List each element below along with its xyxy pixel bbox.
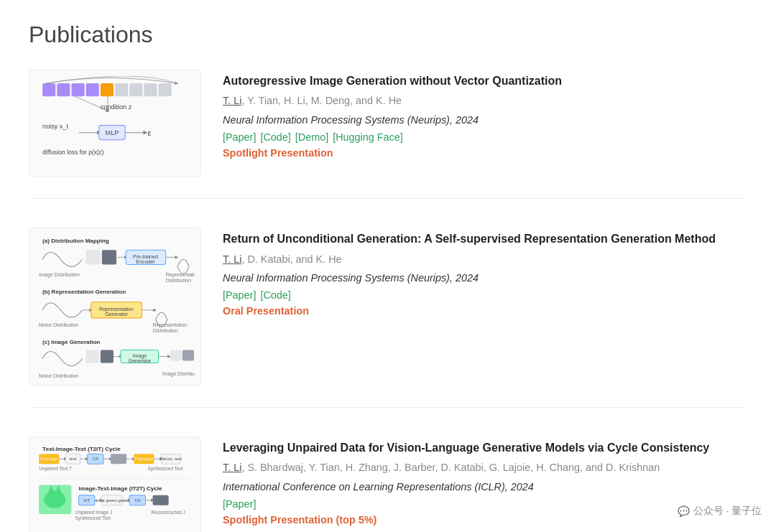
publication-item: Text-Image-Text (T2IT) Cycle Flamingo te…: [29, 437, 747, 532]
svg-text:Distribution: Distribution: [152, 328, 177, 333]
watermark: 💬 公众号 · 量子位: [678, 505, 762, 518]
pub-hf-link-1[interactable]: [Hugging Face]: [333, 131, 403, 143]
pub-paper-link-1[interactable]: [Paper]: [223, 131, 256, 143]
svg-text:Text-Image-Text (T2IT) Cycle: Text-Image-Text (T2IT) Cycle: [42, 446, 121, 452]
svg-rect-48: [183, 350, 194, 361]
svg-rect-2: [71, 83, 84, 96]
svg-text:VIT: VIT: [83, 498, 91, 503]
svg-text:Image Distribution: Image Distribution: [39, 272, 80, 278]
pub-author-rest-2: , D. Katabi, and K. He: [241, 253, 341, 265]
svg-text:ε: ε: [147, 129, 151, 137]
svg-text:Generator: Generator: [128, 358, 151, 363]
publication-item: (a) Distribution Mapping Pre-trained Enc…: [29, 228, 747, 408]
svg-text:Unpaired Image J: Unpaired Image J: [75, 510, 113, 515]
svg-text:Image-Text-Image (IT2T) Cycle: Image-Text-Image (IT2T) Cycle: [79, 485, 162, 492]
svg-rect-6: [129, 83, 142, 96]
svg-text:Pre-trained: Pre-trained: [133, 254, 158, 259]
pub-title-2: Return of Unconditional Generation: A Se…: [223, 231, 747, 247]
svg-rect-5: [115, 83, 128, 96]
svg-rect-3: [86, 83, 99, 96]
svg-rect-1: [57, 83, 70, 96]
svg-rect-21: [102, 250, 116, 264]
svg-rect-61: [111, 454, 126, 464]
pub-author-highlight-2: T. Li: [223, 253, 241, 265]
pub-badge-3: Spotlight Presentation (top 5%): [223, 514, 747, 526]
svg-rect-4: [101, 83, 114, 96]
pub-title-3: Leveraging Unpaired Data for Vision-Lang…: [223, 440, 747, 456]
pub-authors-2: T. Li, D. Katabi, and K. He: [223, 252, 747, 266]
pub-image-2: (a) Distribution Mapping Pre-trained Enc…: [29, 228, 201, 386]
publications-list: condition z noisy x_t MLP ε diffusion lo…: [29, 70, 747, 532]
svg-text:Noise Distribution: Noise Distribution: [39, 373, 78, 378]
svg-text:Flamingo: Flamingo: [40, 457, 59, 461]
pub-author-rest-1: , Y. Tian, H. Li, M. Deng, and K. He: [241, 95, 402, 106]
pub-badge-1: Spotlight Presentation: [223, 147, 747, 159]
svg-text:text: text: [70, 457, 77, 461]
svg-text:Reconstructed J: Reconstructed J: [151, 510, 185, 515]
pub-badge-2: Oral Presentation: [223, 305, 747, 317]
pub-venue-3: International Conference on Learning Rep…: [223, 480, 747, 494]
pub-content-2: Return of Unconditional Generation: A Se…: [223, 228, 747, 386]
diagram-3-svg: Text-Image-Text (T2IT) Cycle Flamingo te…: [35, 443, 195, 532]
svg-rect-41: [101, 350, 114, 363]
svg-rect-47: [170, 350, 182, 361]
pub-links-3: [Paper]: [223, 498, 747, 510]
svg-rect-40: [86, 350, 99, 363]
publication-item: condition z noisy x_t MLP ε diffusion lo…: [29, 70, 747, 199]
pub-content-3: Leveraging Unpaired Data for Vision-Lang…: [223, 437, 747, 532]
svg-text:Unpaired Text T: Unpaired Text T: [39, 466, 72, 472]
svg-rect-20: [86, 250, 101, 264]
svg-text:(b) Representation Generation: (b) Representation Generation: [42, 289, 126, 295]
svg-text:MLP: MLP: [106, 129, 119, 136]
svg-text:Recon. text: Recon. text: [160, 457, 182, 461]
svg-text:Image Distribution: Image Distribution: [162, 371, 195, 377]
svg-point-72: [44, 491, 65, 508]
pub-venue-2: Neural Information Processing Systems (N…: [223, 271, 747, 285]
pub-authors-3: T. Li, S. Bhardwaj, Y. Tian, H. Zhang, J…: [223, 460, 747, 475]
svg-text:condition z: condition z: [101, 103, 132, 111]
svg-rect-8: [159, 83, 172, 96]
pub-links-1: [Paper] [Code] [Demo] [Hugging Face]: [223, 131, 747, 143]
pub-authors-1: T. Li, Y. Tian, H. Li, M. Deng, and K. H…: [223, 93, 747, 108]
watermark-text: 公众号 · 量子位: [693, 505, 762, 518]
svg-text:noisy x_t: noisy x_t: [42, 123, 68, 130]
svg-text:Representation: Representation: [152, 322, 187, 328]
svg-text:Representation: Representation: [166, 272, 195, 278]
svg-text:Noise Distribution: Noise Distribution: [39, 322, 78, 327]
svg-text:(a) Distribution Mapping: (a) Distribution Mapping: [42, 238, 109, 244]
svg-text:Flamingo: Flamingo: [135, 457, 154, 461]
pub-title-1: Autoregressive Image Generation without …: [223, 73, 747, 89]
svg-text:(c) Image Generation: (c) Image Generation: [42, 340, 100, 346]
svg-text:Generator: Generator: [105, 312, 128, 317]
svg-text:Synthesized Text: Synthesized Text: [147, 466, 183, 472]
pub-image-3: Text-Image-Text (T2IT) Cycle Flamingo te…: [29, 437, 201, 532]
svg-text:Encoder: Encoder: [136, 260, 155, 265]
svg-text:Distribution: Distribution: [166, 278, 191, 283]
svg-text:Synthesized Text: Synthesized Text: [75, 515, 111, 521]
svg-text:T2I: T2I: [134, 498, 141, 503]
svg-rect-85: [152, 495, 168, 505]
pub-code-link-1[interactable]: [Code]: [260, 131, 290, 143]
pub-venue-1: Neural Information Processing Systems (N…: [223, 113, 747, 127]
page-title: Publications: [29, 22, 747, 48]
diagram-1-svg: condition z noisy x_t MLP ε diffusion lo…: [35, 76, 195, 170]
pub-demo-link-1[interactable]: [Demo]: [295, 131, 328, 143]
svg-text:diffusion loss for p(x|z): diffusion loss for p(x|z): [42, 149, 103, 156]
watermark-icon: 💬: [678, 505, 690, 517]
pub-author-highlight-3: T. Li: [223, 462, 241, 473]
pub-image-1: condition z noisy x_t MLP ε diffusion lo…: [29, 70, 201, 177]
pub-paper-link-2[interactable]: [Paper]: [223, 289, 256, 301]
svg-text:T2I: T2I: [92, 457, 98, 461]
pub-code-link-2[interactable]: [Code]: [260, 289, 290, 301]
pub-paper-link-3[interactable]: [Paper]: [223, 498, 256, 510]
pub-author-rest-3: , S. Bhardwaj, Y. Tian, H. Zhang, J. Bar…: [241, 462, 660, 473]
diagram-2-svg: (a) Distribution Mapping Pre-trained Enc…: [35, 234, 195, 379]
pub-content-1: Autoregressive Image Generation without …: [223, 70, 747, 177]
pub-author-highlight-1: T. Li: [223, 95, 241, 106]
pub-links-2: [Paper] [Code]: [223, 289, 747, 301]
svg-rect-7: [144, 83, 157, 96]
svg-rect-0: [42, 83, 55, 96]
